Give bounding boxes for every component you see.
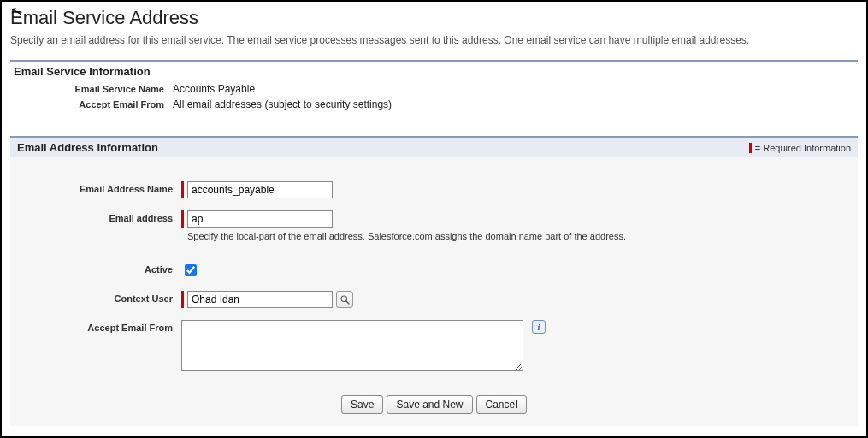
save-button[interactable]: Save (341, 395, 383, 414)
context-user-input[interactable] (187, 291, 333, 308)
info-icon[interactable]: i (532, 320, 546, 334)
page-title: Email Service Address (10, 7, 858, 29)
active-checkbox[interactable] (185, 264, 197, 276)
value-accept-email-from-readonly: All email addresses (subject to security… (173, 98, 392, 110)
required-indicator-icon (181, 181, 184, 198)
label-context-user: Context User (19, 291, 181, 304)
section-title-email-address-information: Email Address Information (17, 141, 158, 154)
label-email-service-name: Email Service Name (10, 84, 173, 94)
context-user-lookup-button[interactable] (336, 291, 353, 308)
email-address-help-text: Specify the local-part of the email addr… (187, 231, 626, 241)
email-address-input[interactable] (187, 210, 333, 228)
magnifier-icon (340, 294, 351, 305)
value-email-service-name: Accounts Payable (173, 83, 255, 95)
required-indicator-icon (181, 291, 184, 308)
email-address-information-section: Email Address Information = Required Inf… (10, 136, 858, 426)
cancel-button[interactable]: Cancel (476, 395, 527, 414)
required-legend-text: = Required Information (755, 143, 851, 153)
required-information-legend: = Required Information (749, 143, 851, 153)
label-accept-email-from-readonly: Accept Email From (10, 99, 173, 110)
label-email-address-name: Email Address Name (19, 181, 181, 194)
page-description: Specify an email address for this email … (10, 34, 858, 46)
accept-email-from-textarea[interactable] (181, 320, 523, 371)
label-active: Active (19, 262, 181, 275)
label-email-address: Email address (19, 210, 181, 223)
svg-line-1 (345, 300, 348, 303)
save-and-new-button[interactable]: Save and New (387, 395, 472, 414)
required-indicator-icon (181, 210, 184, 228)
label-accept-email-from: Accept Email From (19, 320, 181, 333)
required-indicator-icon (749, 143, 752, 153)
section-title-email-service-information: Email Service Information (10, 62, 858, 81)
email-address-name-input[interactable] (187, 181, 333, 198)
email-service-information-section: Email Service Information Email Service … (10, 60, 858, 112)
